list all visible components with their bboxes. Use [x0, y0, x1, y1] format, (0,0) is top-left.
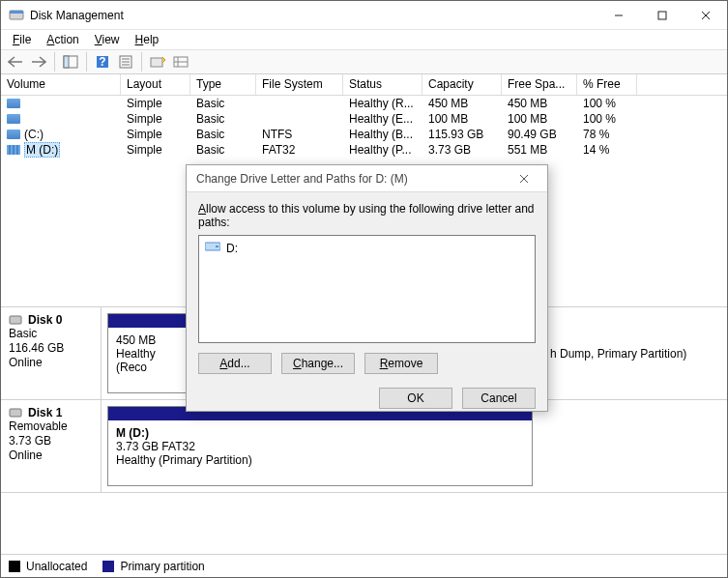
drive-paths-list[interactable]: D: — [198, 235, 536, 343]
table-row[interactable]: SimpleBasicHealthy (R...450 MB450 MB100 … — [1, 96, 727, 111]
toolbar-separator — [86, 52, 87, 72]
properties-button[interactable] — [115, 51, 136, 72]
col-type[interactable]: Type — [190, 74, 256, 95]
cell-layout: Simple — [121, 97, 190, 110]
change-button[interactable]: Change... — [281, 353, 355, 374]
refresh-button[interactable] — [147, 51, 168, 72]
maximize-button[interactable] — [640, 1, 684, 30]
volume-name: M (D:) — [24, 142, 60, 158]
partition-status: Healthy (Reco — [116, 347, 184, 374]
menu-view[interactable]: View — [87, 31, 128, 48]
toolbar: ? — [1, 49, 727, 74]
disk0-status: Online — [9, 356, 93, 370]
cell-capacity: 100 MB — [422, 112, 502, 126]
titlebar: Disk Management — [1, 1, 727, 30]
cell-pctfree: 100 % — [577, 112, 637, 126]
disk1-info: Disk 1 Removable 3.73 GB Online — [1, 400, 102, 492]
disk0-partition-0[interactable]: 450 MB Healthy (Reco — [107, 313, 192, 393]
toolbar-separator — [141, 52, 142, 72]
svg-rect-23 — [216, 246, 218, 247]
list-item[interactable]: D: — [203, 240, 531, 256]
col-status[interactable]: Status — [343, 74, 422, 95]
cell-capacity: 115.93 GB — [422, 128, 502, 141]
col-filesystem[interactable]: File System — [256, 74, 343, 95]
cell-type: Basic — [190, 143, 256, 157]
col-capacity[interactable]: Capacity — [422, 74, 502, 95]
cell-layout: Simple — [121, 112, 190, 126]
partition-size: 3.73 GB FAT32 — [116, 440, 524, 453]
volume-icon — [7, 145, 20, 155]
legend-unallocated: Unallocated — [9, 560, 87, 573]
app-icon — [9, 8, 24, 23]
svg-rect-3 — [658, 12, 666, 19]
legend-primary: Primary partition — [102, 560, 204, 573]
svg-text:?: ? — [99, 55, 105, 69]
svg-rect-1 — [10, 11, 23, 14]
svg-rect-7 — [64, 56, 69, 68]
dialog-titlebar: Change Drive Letter and Paths for D: (M) — [187, 165, 547, 192]
cell-status: Healthy (R... — [343, 97, 422, 110]
svg-rect-18 — [10, 316, 21, 324]
cell-capacity: 3.73 GB — [422, 143, 502, 157]
cell-pctfree: 100 % — [577, 97, 637, 110]
table-row[interactable]: M (D:)SimpleBasicFAT32Healthy (P...3.73 … — [1, 142, 727, 158]
back-button[interactable] — [5, 51, 26, 72]
disk-management-window: Disk Management File Action View Help ? … — [0, 0, 728, 578]
cell-type: Basic — [190, 112, 256, 126]
col-layout[interactable]: Layout — [121, 74, 190, 95]
cell-status: Healthy (P... — [343, 143, 422, 157]
partition-label: M (D:) — [116, 426, 524, 440]
window-title: Disk Management — [30, 9, 597, 22]
cell-filesystem: FAT32 — [256, 143, 343, 157]
cell-type: Basic — [190, 128, 256, 141]
volume-name: (C:) — [24, 128, 44, 141]
svg-rect-14 — [151, 58, 162, 67]
disk1-type: Removable — [9, 419, 93, 434]
remove-button[interactable]: Remove — [364, 353, 438, 374]
disk0-type: Basic — [9, 327, 93, 341]
col-volume[interactable]: Volume — [1, 74, 121, 95]
dialog-title: Change Drive Letter and Paths for D: (M) — [196, 172, 408, 186]
disk1-size: 3.73 GB — [9, 434, 93, 448]
dialog-close-button[interactable] — [510, 165, 538, 192]
cell-freespace: 551 MB — [502, 143, 577, 157]
cell-pctfree: 78 % — [577, 128, 637, 141]
cell-layout: Simple — [121, 143, 190, 157]
add-button[interactable]: Add... — [198, 353, 272, 374]
change-drive-letter-dialog: Change Drive Letter and Paths for D: (M)… — [186, 164, 548, 412]
table-row[interactable]: SimpleBasicHealthy (E...100 MB100 MB100 … — [1, 111, 727, 127]
partition-size: 450 MB — [116, 333, 184, 347]
volume-icon — [7, 114, 20, 124]
table-row[interactable]: (C:)SimpleBasicNTFSHealthy (B...115.93 G… — [1, 127, 727, 142]
col-spacer — [637, 74, 727, 95]
volume-icon — [7, 130, 20, 139]
cell-status: Healthy (E... — [343, 112, 422, 126]
ok-button[interactable]: OK — [379, 388, 452, 409]
col-freespace[interactable]: Free Spa... — [502, 74, 577, 95]
forward-button[interactable] — [28, 51, 49, 72]
cell-capacity: 450 MB — [422, 97, 502, 110]
settings-button[interactable] — [170, 51, 191, 72]
cell-freespace: 450 MB — [502, 97, 577, 110]
close-button[interactable] — [684, 1, 727, 30]
disk0-size: 116.46 GB — [9, 341, 93, 356]
menu-action[interactable]: Action — [39, 31, 86, 48]
volume-icon — [7, 99, 20, 108]
menu-file[interactable]: File — [5, 31, 39, 48]
cancel-button[interactable]: Cancel — [462, 388, 536, 409]
menu-help[interactable]: Help — [128, 31, 167, 48]
minimize-button[interactable] — [597, 1, 640, 30]
menubar: File Action View Help — [1, 30, 727, 49]
cell-layout: Simple — [121, 128, 190, 141]
show-hide-tree-button[interactable] — [60, 51, 81, 72]
cell-filesystem: NTFS — [256, 128, 343, 141]
disk1-name: Disk 1 — [28, 406, 62, 419]
cell-status: Healthy (B... — [343, 128, 422, 141]
col-pctfree[interactable]: % Free — [577, 74, 637, 95]
disk0-info: Disk 0 Basic 116.46 GB Online — [1, 307, 102, 399]
cell-freespace: 90.49 GB — [502, 128, 577, 141]
toolbar-separator — [54, 52, 55, 72]
help-button[interactable]: ? — [92, 51, 113, 72]
cell-type: Basic — [190, 97, 256, 110]
drive-icon — [205, 241, 220, 255]
